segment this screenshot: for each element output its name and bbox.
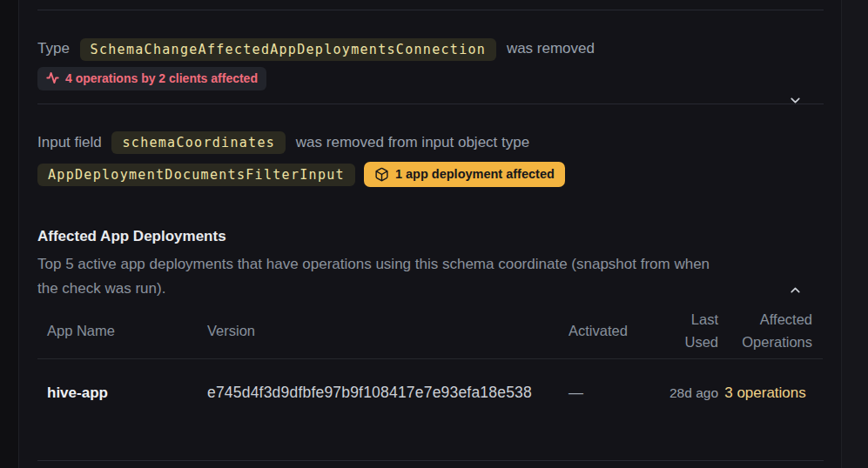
divider (37, 104, 824, 104)
app-deployment-affected-badge[interactable]: 1 app deployment affected (364, 162, 565, 187)
change-suffix: was removed from input object type (296, 134, 529, 150)
column-header-app-name: App Name (37, 303, 207, 359)
table-header-row: App Name Version Activated Last Used Aff… (37, 303, 823, 359)
operations-affected-label: 4 operations by 2 clients affected (65, 70, 258, 87)
change-prefix: Input field (37, 134, 102, 150)
divider (37, 10, 824, 10)
cell-affected-operations: 3 operations (718, 359, 823, 427)
chevron-up-icon (788, 283, 803, 298)
type-name-chip: SchemaChangeAffectedAppDeploymentsConnec… (80, 38, 497, 61)
pulse-icon (46, 71, 59, 84)
table-row: hive-app e745d4f3d9dfbfe97b9f108417e7e93… (37, 359, 823, 427)
schema-changes-panel: Type SchemaChangeAffectedAppDeploymentsC… (20, 0, 841, 468)
column-header-last-used: Last Used (654, 303, 718, 359)
package-box-icon (374, 167, 389, 182)
app-deployment-affected-label: 1 app deployment affected (395, 165, 555, 183)
chevron-down-icon (788, 93, 803, 108)
collapse-change-button[interactable] (787, 283, 803, 298)
column-header-version: Version (207, 303, 559, 359)
input-type-chip: AppDeploymentDocumentsFilterInput (37, 164, 355, 186)
change-entry-type-removed: Type SchemaChangeAffectedAppDeploymentsC… (37, 37, 824, 90)
change-suffix: was removed (507, 40, 595, 57)
affected-deployments-table: App Name Version Activated Last Used Aff… (37, 303, 823, 427)
right-gutter (841, 0, 868, 468)
field-name-chip: schemaCoordinates (111, 131, 286, 154)
cell-last-used: 28d ago (654, 359, 718, 427)
operations-affected-badge[interactable]: 4 operations by 2 clients affected (37, 67, 266, 90)
left-gutter (0, 0, 19, 468)
cell-app-name: hive-app (37, 359, 207, 427)
change-entry-input-field-removed: Input field schemaCoordinates was remove… (37, 130, 824, 188)
affected-deployments-title: Affected App Deployments (37, 224, 824, 248)
column-header-affected-operations: Affected Operations (718, 303, 823, 359)
affected-deployments-description: Top 5 active app deployments that have o… (37, 252, 824, 300)
change-description-line2: AppDeploymentDocumentsFilterInput 1 app … (37, 162, 824, 187)
change-description: Type SchemaChangeAffectedAppDeploymentsC… (37, 37, 824, 61)
change-prefix: Type (37, 40, 70, 57)
column-header-activated: Activated (559, 303, 654, 359)
cell-version: e745d4f3d9dfbfe97b9f108417e7e93efa18e538 (207, 359, 559, 427)
cell-activated: — (559, 359, 654, 427)
divider (37, 460, 824, 461)
change-description: Input field schemaCoordinates was remove… (37, 130, 824, 155)
expand-change-button[interactable] (787, 92, 803, 108)
